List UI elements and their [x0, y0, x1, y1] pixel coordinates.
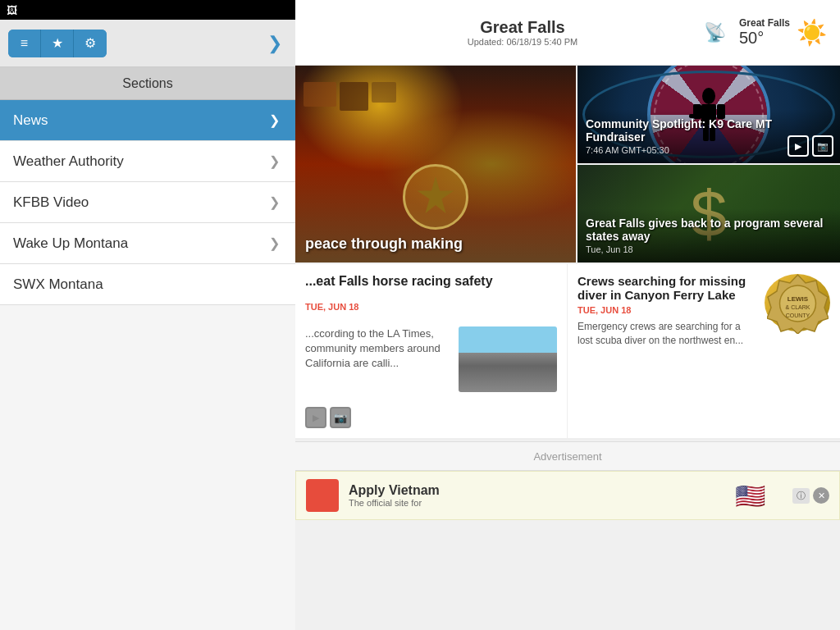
- weather-info: Great Falls 50°: [739, 17, 790, 48]
- diver-date: TUE, JUN 18: [578, 305, 751, 315]
- road-image: [459, 326, 557, 392]
- ad-close-button[interactable]: ✕: [813, 487, 829, 504]
- city-name: Great Falls: [480, 18, 564, 37]
- hero-card-dollar-label: Great Falls gives back to a program seve…: [578, 208, 840, 262]
- news-item-diver[interactable]: Crews searching for missing diver in Can…: [568, 264, 840, 439]
- racing-title: ...eat Falls horse racing safety: [305, 274, 557, 289]
- weather-city: Great Falls: [739, 17, 790, 29]
- ad-close-controls: ⓘ ✕: [792, 487, 829, 504]
- svg-text:LEWIS: LEWIS: [787, 295, 808, 303]
- forward-arrow-button[interactable]: ❯: [262, 30, 287, 57]
- sidebar-item-news[interactable]: News ❯: [0, 100, 295, 141]
- sidebar: News ❯ Weather Authority ❯ KFBB Video ❯ …: [0, 100, 295, 630]
- diver-title: Crews searching for missing diver in Can…: [578, 274, 751, 302]
- ad-adchoice[interactable]: ⓘ: [792, 488, 810, 504]
- star-button[interactable]: ★: [41, 30, 74, 57]
- hero-card-k9[interactable]: Community Spotlight: K9 Care MT Fundrais…: [578, 66, 840, 163]
- cast-icon[interactable]: 📡: [704, 22, 726, 43]
- diver-badge-thumb: LEWIS & CLARK COUNTY: [765, 274, 830, 331]
- chevron-icon-wakeup: ❯: [266, 235, 282, 252]
- ad-label: Advertisement: [533, 450, 601, 463]
- racing-text: ...ccording to the LA Times, community m…: [305, 326, 450, 392]
- updated-time: Updated: 06/18/19 5:40 PM: [468, 37, 578, 47]
- dollar-date: Tue, Jun 18: [586, 244, 832, 254]
- weather-sun-icon: ☀️: [797, 18, 827, 47]
- racing-thumbnail: [459, 326, 557, 392]
- k9-media-icons: ▶ 📷: [788, 135, 833, 157]
- ad-main-text: Apply Vietnam: [349, 483, 707, 498]
- sidebar-item-swx[interactable]: SWX Montana: [0, 264, 295, 305]
- news-item-racing[interactable]: ...eat Falls horse racing safety TUE, JU…: [295, 264, 568, 439]
- advertisement-label-bar: Advertisement: [295, 441, 840, 471]
- header-toolbar: ≡ ★ ⚙ ❯: [0, 20, 295, 67]
- racing-camera-icon[interactable]: 📷: [330, 407, 351, 428]
- city-title-block: Great Falls Updated: 06/18/19 5:40 PM: [468, 18, 578, 47]
- weather-block: 📡 Great Falls 50° ☀️: [704, 17, 827, 48]
- weather-temp: 50°: [739, 29, 764, 48]
- hero-left-card[interactable]: peace through making: [295, 66, 576, 262]
- content-area: peace through making: [295, 66, 840, 630]
- chevron-icon-kfbb: ❯: [266, 194, 282, 211]
- ad-text-block: Apply Vietnam The official site for: [349, 483, 707, 508]
- svg-text:COUNTY: COUNTY: [785, 313, 810, 318]
- ad-flag: 🇺🇸: [717, 475, 783, 516]
- racing-media-icons: ▶ 📷: [305, 407, 557, 428]
- screen-icon: 🖼: [7, 4, 17, 16]
- hero-right-cards: Community Spotlight: K9 Care MT Fundrais…: [578, 66, 840, 262]
- svg-text:& CLARK: & CLARK: [785, 304, 810, 310]
- hero-section: peace through making: [295, 66, 840, 262]
- dollar-title: Great Falls gives back to a program seve…: [586, 217, 832, 243]
- sections-header: Sections: [0, 67, 295, 100]
- sidebar-item-weather[interactable]: Weather Authority ❯: [0, 141, 295, 182]
- ad-flag-icon: 🇺🇸: [735, 482, 765, 510]
- chevron-icon-news: ❯: [266, 112, 282, 129]
- ad-sub-text: The official site for: [349, 498, 707, 508]
- hero-card-dollar[interactable]: $ Great Falls gives back to a program se…: [578, 165, 840, 262]
- camera-icon[interactable]: 📷: [812, 135, 833, 157]
- gear-button[interactable]: ⚙: [74, 30, 107, 57]
- video-icon[interactable]: ▶: [788, 135, 809, 157]
- diver-text: Emergency crews are searching for a lost…: [578, 320, 751, 348]
- sidebar-item-kfbb[interactable]: KFBB Video ❯: [0, 182, 295, 223]
- main-header: Great Falls Updated: 06/18/19 5:40 PM 📡 …: [295, 0, 840, 66]
- main-content: Great Falls Updated: 06/18/19 5:40 PM 📡 …: [295, 0, 840, 630]
- racing-video-icon[interactable]: ▶: [305, 407, 326, 428]
- chevron-icon-weather: ❯: [266, 153, 282, 170]
- ad-red-icon: [306, 479, 339, 512]
- hero-left-title: peace through making: [305, 235, 566, 253]
- racing-date: TUE, JUN 18: [305, 302, 557, 312]
- sections-label: Sections: [122, 76, 172, 91]
- ad-banner[interactable]: Apply Vietnam The official site for 🇺🇸 ⓘ…: [295, 471, 840, 520]
- sheriff-badge: LEWIS & CLARK COUNTY: [767, 272, 829, 334]
- list-button[interactable]: ≡: [8, 30, 41, 57]
- toolbar-btn-group: ≡ ★ ⚙: [8, 30, 107, 57]
- news-list: ...eat Falls horse racing safety TUE, JU…: [295, 264, 840, 440]
- sidebar-item-wakeup[interactable]: Wake Up Montana ❯: [0, 223, 295, 264]
